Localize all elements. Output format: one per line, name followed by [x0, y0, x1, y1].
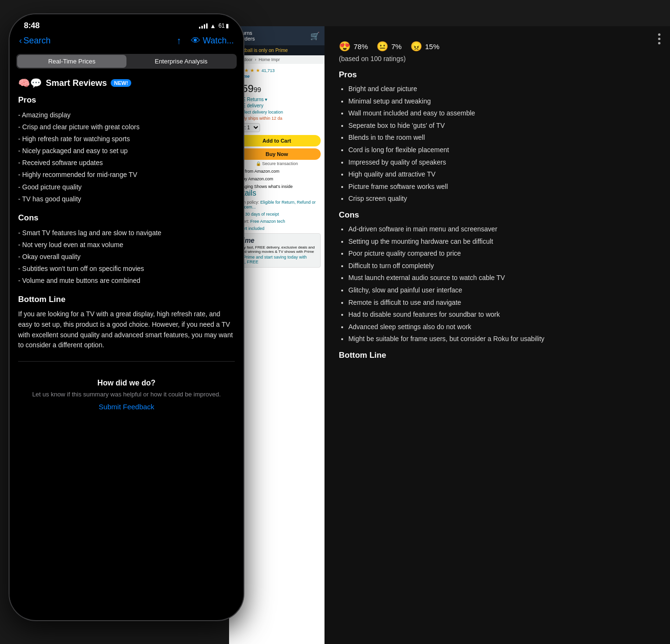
list-item: Must launch external audio source to wat…	[348, 273, 656, 283]
review-count[interactable]: 41,713	[262, 68, 275, 73]
new-badge: NEW!	[111, 79, 131, 87]
signal-bar1	[199, 27, 200, 29]
dot1	[658, 33, 660, 36]
packaging-val: Shows what's inside	[254, 184, 293, 189]
eye-icon: 👁	[191, 35, 200, 46]
star5: ★	[256, 68, 260, 73]
ships-from-val: Amazon.com	[254, 169, 280, 174]
nav-back-button[interactable]: ‹ Search	[19, 36, 51, 46]
submit-feedback-link[interactable]: Submit Feedback	[18, 403, 235, 411]
delivery-loc-text: Select delivery location	[239, 110, 283, 114]
list-item: - Amazing display	[18, 110, 235, 121]
negative-rating: 😠 15%	[410, 41, 440, 52]
list-item: Glitchy, slow and painful user interface	[348, 286, 656, 295]
try-prime[interactable]: Try Prime and start saving today with Fa…	[236, 255, 317, 264]
free-returns[interactable]: FREE Returns ▾	[233, 97, 321, 102]
based-on: (based on 100 ratings)	[339, 55, 656, 62]
delivery-location[interactable]: 📍 Select delivery location	[233, 110, 321, 114]
list-item: - Received software updates	[18, 157, 235, 168]
list-item: Ad-driven software in main menu and scre…	[348, 225, 656, 234]
feedback-section: How did we do? Let us know if this summa…	[18, 361, 235, 411]
phone-cons-section: Cons - Smart TV features lag and are slo…	[18, 213, 235, 286]
signal-bar4	[206, 23, 208, 29]
positive-rating: 😍 78%	[339, 41, 368, 52]
within-30: within 30 days of receipt	[233, 212, 321, 217]
ships-notice: Usually ships within 12 da	[233, 116, 321, 121]
list-item: Bright and clear picture	[348, 84, 656, 94]
list-item: Remote is difficult to use and navigate	[348, 298, 656, 308]
wifi-icon: ▲	[210, 22, 216, 30]
signal-bar2	[201, 26, 203, 29]
rating-stars: ★ ★ ★ ★ ★ 41,713	[233, 68, 321, 73]
positive-emoji: 😍	[339, 41, 351, 52]
support-info: Support: Free Amazon tech	[233, 219, 321, 224]
prime-badge: ✓ prime	[233, 74, 321, 79]
list-item: - Good picture quality	[18, 182, 235, 193]
right-pros-list: Bright and clear picture Minimal setup a…	[339, 84, 656, 204]
right-smart-reviews: 😍 78% 😐 7% 😠 15% (based on 100 ratings) …	[325, 26, 670, 644]
three-dots-menu[interactable]	[658, 33, 660, 44]
list-item: Difficult to turn off completely	[348, 261, 656, 271]
signal-bar3	[204, 24, 205, 29]
price-cents: 99	[253, 86, 261, 93]
details-link[interactable]: Details	[233, 189, 321, 197]
nav-bar: ‹ Search ↑ 👁 Watch...	[10, 32, 243, 50]
right-bottom-line-title: Bottom Line	[339, 351, 656, 360]
sold-by-info: Sold by Amazon.com	[233, 177, 321, 181]
positive-pct: 78%	[354, 42, 368, 51]
buy-now-button[interactable]: Buy Now	[233, 148, 321, 160]
dot3	[658, 42, 660, 44]
watch-label: Watch...	[203, 36, 234, 46]
secure-text: Secure transaction	[262, 161, 298, 166]
list-item: - Okay overall quality	[18, 251, 235, 262]
back-label: Search	[23, 36, 51, 46]
secure-transaction: 🔒 Secure transaction	[233, 161, 321, 166]
cart-icon[interactable]: 🛒	[310, 31, 320, 41]
back-chevron-icon: ‹	[19, 36, 22, 46]
amazon-header: Returns & Orders 🛒	[229, 26, 325, 45]
list-item: - TV has good quality	[18, 194, 235, 205]
list-item: Minimal setup and tweaking	[348, 97, 656, 106]
list-item: - Not very loud even at max volume	[18, 239, 235, 250]
add-to-cart-button[interactable]: Add to Cart	[233, 135, 321, 146]
list-item: Setting up the mounting hardware can be …	[348, 237, 656, 247]
list-item: Picture frame software works well	[348, 182, 656, 192]
negative-emoji: 😠	[410, 41, 422, 52]
negative-pct: 15%	[425, 42, 440, 51]
list-item: - High refresh rate for watching sports	[18, 134, 235, 145]
nav-actions: ↑ 👁 Watch...	[177, 35, 234, 46]
list-item: Blends in to the room well	[348, 133, 656, 143]
price-display: $15999	[233, 83, 321, 95]
smart-reviews-header: 🧠💬 Smart Reviews NEW!	[18, 77, 235, 89]
watch-button[interactable]: 👁 Watch...	[191, 35, 234, 46]
status-time: 8:48	[24, 21, 40, 31]
phone-screen: 8:48 ▲ 61 ▮ ‹ Search	[10, 14, 243, 620]
how-we-do: How did we do?	[18, 379, 235, 387]
right-pros-title: Pros	[339, 70, 656, 80]
packaging-info: Packaging Shows what's inside	[233, 184, 321, 189]
tab-real-time-prices[interactable]: Real-Time Prices	[17, 55, 126, 68]
star3: ★	[244, 68, 249, 73]
how-we-do-sub: Let us know if this summary was helpful …	[18, 390, 235, 399]
status-icons: ▲ 61 ▮	[199, 22, 229, 30]
neutral-pct: 7%	[391, 42, 402, 51]
segment-control: Real-Time Prices Enterprise Analysis	[16, 54, 237, 69]
amazon-panel: Returns & Orders 🛒 t Football is only on…	[229, 26, 325, 644]
tab-enterprise-analysis[interactable]: Enterprise Analysis	[126, 55, 236, 68]
list-item: Advanced sleep settings also do not work	[348, 322, 656, 332]
phone-pros-list: - Amazing display - Crisp and clear pict…	[18, 110, 235, 205]
star4: ★	[250, 68, 254, 73]
list-item: - Smart TV features lag and are slow to …	[18, 228, 235, 239]
phone-cons-list: - Smart TV features lag and are slow to …	[18, 228, 235, 286]
list-item: Crisp screen quality	[348, 194, 656, 204]
breadcrumb-sep: ›	[255, 57, 256, 62]
right-cons-title: Cons	[339, 210, 656, 220]
neutral-emoji: 😐	[377, 41, 388, 52]
list-item: - Nicely packaged and easy to set up	[18, 145, 235, 156]
share-button[interactable]: ↑	[177, 35, 181, 46]
list-item: - Crisp and clear picture with great col…	[18, 122, 235, 133]
breadcrumb: & Outdoor › Home Impr	[229, 55, 325, 64]
status-bar: 8:48 ▲ 61 ▮	[10, 14, 243, 32]
phone-bottom-line-title: Bottom Line	[18, 295, 235, 304]
battery-icon: 61 ▮	[219, 22, 229, 29]
